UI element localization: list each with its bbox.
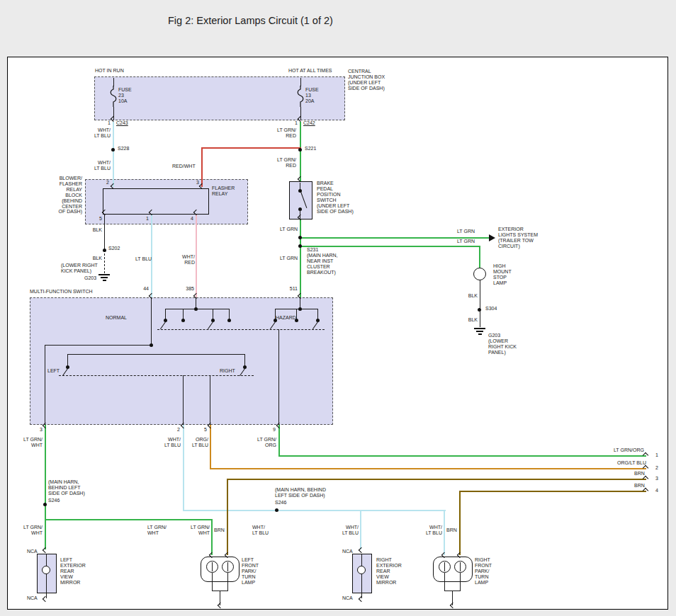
relay-pin-2: 2 — [102, 180, 109, 186]
wire-label-brn-2: BRN — [634, 483, 645, 489]
ground-location-1: (LOWER RIGHT KICK PANEL) — [61, 263, 98, 274]
wire-label-wht-red: WHT/ RED — [176, 254, 195, 266]
wire-label-blk-1: BLK — [85, 227, 102, 233]
splice-s202: S202 — [108, 246, 120, 251]
wire-label-ltgrn-2: LT GRN — [276, 256, 298, 261]
wire-label-ltgrn-3: LT GRN — [457, 229, 475, 234]
right-lamp-label: RIGHT FRONT PARK/ TURN LAMP — [475, 557, 492, 586]
mfs-normal-label: NORMAL — [106, 315, 127, 321]
wire-label-wht-ltblu-6: WHT/ LT BLU — [417, 525, 442, 536]
splice-s246-1-location: (MAIN HARN, BEHIND LEFT SIDE OF DASH) — [48, 479, 85, 496]
wire-label-wht-ltblu-3: WHT/ LT BLU — [157, 437, 181, 448]
splice-s221: S221 — [305, 146, 316, 152]
mfs-pin-44: 44 — [132, 286, 149, 292]
terminal-2: 2 — [655, 465, 658, 471]
brake-switch-label: BRAKE PEDAL POSITION SWITCH (UNDER LEFT … — [317, 181, 354, 214]
mfs-pin-385: 385 — [177, 286, 194, 292]
wire-label-org-ltblu-2: ORG/LT BLU — [617, 460, 646, 466]
wire-label-blk-4: BLK — [461, 317, 478, 323]
fuse-13-label: FUSE 13 20A — [305, 87, 319, 104]
labels-layer: HOT IN RUNHOT AT ALL TIMESCENTRAL JUNCTI… — [0, 0, 676, 616]
hot-at-all-times-label: HOT AT ALL TIMES — [288, 68, 332, 74]
splice-s304: S304 — [485, 306, 497, 312]
ground-g203-1: G203 — [84, 275, 96, 281]
right-mirror-label: RIGHT EXTERIOR REAR VIEW MIRROR — [376, 557, 402, 586]
terminal-3: 3 — [655, 476, 658, 481]
relay-pin-1: 1 — [142, 216, 149, 222]
wire-label-wht-ltblu-4: WHT/ LT BLU — [252, 525, 269, 536]
wire-label-brn-1: BRN — [634, 471, 645, 477]
connector-c242: C242 — [303, 120, 315, 126]
wire-label-wht-ltblu-5: WHT/ LT BLU — [333, 525, 359, 536]
terminal-1: 1 — [655, 452, 658, 458]
left-lamp-label: LEFT FRONT PARK/ TURN LAMP — [242, 557, 259, 586]
mfs-label: MULTI-FUNCTION SWITCH — [30, 289, 93, 295]
wire-label-wht-ltblu-2: WHT/ LT BLU — [87, 160, 111, 171]
ground-g203-2: G203 (LOWER RIGHT KICK PANEL) — [488, 333, 517, 355]
relay-block-label: BLOWER/ FLASHER RELAY BLOCK (BEHIND CENT… — [28, 176, 82, 215]
terminal-4: 4 — [655, 488, 658, 494]
wire-label-ltgrn-wht-2: LT GRN/ WHT — [17, 525, 43, 536]
wire-label-blk-3: BLK — [461, 293, 478, 299]
relay-pin-5: 5 — [95, 216, 102, 222]
nca-4: NCA — [342, 595, 353, 601]
wire-label-red-wht: RED/WHT — [172, 164, 196, 169]
wire-label-ltblu: LT BLU — [135, 256, 152, 262]
high-mount-stop-lamp-label: HIGH MOUNT STOP LAMP — [493, 263, 512, 286]
left-mirror-label: LEFT EXTERIOR REAR VIEW MIRROR — [60, 557, 86, 586]
wire-label-ltgrn-wht-3: LT GRN/ WHT — [147, 525, 167, 536]
splice-s231-label: S231 (MAIN HARN, NEAR INST CLUSTER BREAK… — [307, 247, 338, 275]
pin-1-c243: 1 — [103, 120, 111, 126]
wire-label-blk-2: BLK — [85, 256, 102, 261]
connector-c243: C243 — [116, 120, 128, 126]
mfs-pin-3: 3 — [35, 427, 43, 433]
nca-1: NCA — [27, 549, 38, 554]
splice-s228: S228 — [118, 146, 129, 152]
wire-label-brn-4: BRN — [446, 527, 457, 533]
mfs-right-label: RIGHT — [220, 368, 235, 374]
wire-label-org-ltblu-1: ORG/ LT BLU — [188, 437, 208, 448]
pin-1-c242: 1 — [291, 120, 298, 126]
wire-label-ltgrn-org-2: LT GRN/ORG — [614, 447, 644, 453]
wire-label-ltgrn-wht-1: LT GRN/ WHT — [17, 437, 43, 448]
mfs-hazard-label: HAZARD — [276, 315, 296, 321]
nca-2: NCA — [27, 595, 38, 601]
relay-pin-3: 3 — [192, 180, 199, 186]
wiring-diagram-page: Fig 2: Exterior Lamps Circuit (1 of 2) — [0, 0, 676, 616]
flasher-relay-label: FLASHER RELAY — [212, 186, 235, 197]
wire-label-ltgrn-4: LT GRN — [457, 239, 475, 244]
mfs-pin-2: 2 — [173, 427, 180, 433]
wire-label-brn-3: BRN — [214, 527, 225, 533]
mfs-left-label: LEFT — [47, 368, 60, 374]
mfs-pin-9: 9 — [269, 427, 276, 433]
nca-3: NCA — [342, 549, 353, 554]
splice-s246-2: S246 — [275, 500, 286, 506]
mfs-pin-5: 5 — [200, 427, 207, 433]
wire-label-ltgrn-org-1: LT GRN/ ORG — [251, 437, 276, 448]
wire-label-ltgrn-red-1: LT GRN/ RED — [272, 127, 296, 139]
wire-label-wht-ltblu-1: WHT/ LT BLU — [87, 127, 111, 139]
hot-in-run-label: HOT IN RUN — [95, 68, 124, 74]
wire-label-ltgrn-1: LT GRN — [276, 227, 298, 232]
central-junction-box-label: CENTRAL JUNCTION BOX (UNDER LEFT SIDE OF… — [348, 69, 385, 91]
mfs-pin-511: 511 — [281, 286, 298, 292]
splice-s246-2-location: (MAIN HARN, BEHIND LEFT SIDE OF DASH) — [275, 487, 326, 498]
fuse-23-label: FUSE 23 10A — [118, 87, 132, 104]
wire-label-ltgrn-red-2: LT GRN/ RED — [272, 157, 296, 169]
relay-pin-4: 4 — [186, 216, 193, 222]
splice-s246-1: S246 — [48, 498, 60, 503]
wire-label-ltgrn-wht-4: LT GRN/ WHT — [184, 525, 210, 536]
exterior-lights-label: EXTERIOR LIGHTS SYSTEM (TRAILER TOW CIRC… — [498, 227, 538, 249]
